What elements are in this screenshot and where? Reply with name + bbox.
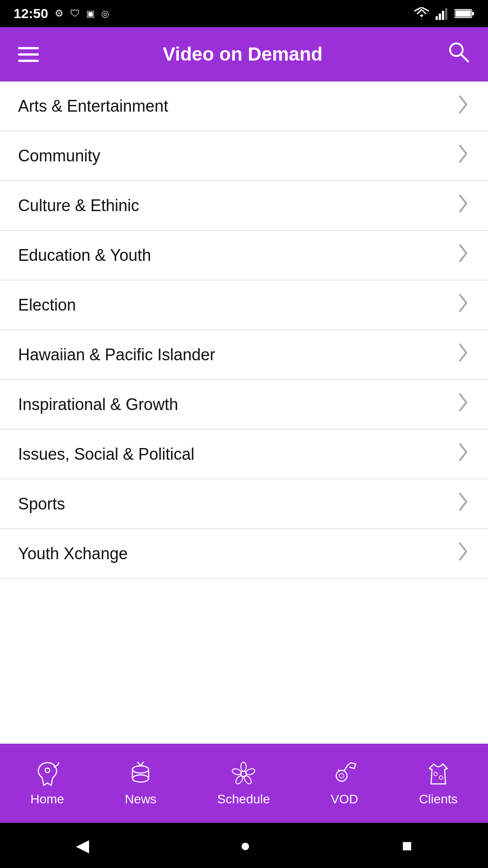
category-item[interactable]: Issues, Social & Political (0, 429, 488, 479)
vod-icon (331, 760, 358, 788)
category-item[interactable]: Election (0, 280, 488, 330)
nav-item-news[interactable]: News (125, 760, 156, 807)
target-icon: ◎ (101, 8, 109, 19)
category-list: Arts & EntertainmentCommunityCulture & E… (0, 81, 488, 579)
nav-item-schedule[interactable]: Schedule (217, 760, 270, 807)
page-title: Video on Demand (39, 43, 446, 65)
svg-rect-2 (442, 11, 444, 20)
category-label: Hawaiian & Pacific Islander (18, 345, 215, 364)
status-left: 12:50 ⚙ 🛡 ▣ ◎ (14, 6, 109, 21)
svg-line-15 (141, 762, 143, 766)
svg-point-13 (132, 775, 149, 782)
category-label: Community (18, 146, 100, 165)
category-label: Culture & Ethinic (18, 196, 139, 215)
app-bar: Video on Demand (0, 27, 488, 81)
svg-rect-5 (472, 12, 474, 15)
category-label: Inspirational & Growth (18, 395, 178, 414)
shield-icon: 🛡 (70, 8, 80, 19)
nav-item-clients[interactable]: Clients (419, 760, 458, 807)
chevron-right-icon (456, 243, 470, 267)
nav-label-clients: Clients (419, 792, 458, 807)
back-button[interactable]: ◀ (76, 835, 89, 855)
category-label: Youth Xchange (18, 544, 128, 563)
search-button[interactable] (446, 40, 470, 69)
sim-icon: ▣ (86, 8, 95, 19)
status-bar: 12:50 ⚙ 🛡 ▣ ◎ (0, 0, 488, 27)
status-time: 12:50 (14, 6, 48, 21)
svg-point-23 (336, 770, 347, 781)
svg-point-27 (434, 772, 437, 776)
svg-point-9 (45, 768, 50, 773)
bottom-nav: Home News Schedule (0, 744, 488, 823)
signal-icon (436, 7, 449, 20)
nav-label-schedule: Schedule (217, 792, 270, 807)
home-button[interactable]: ● (240, 836, 251, 855)
status-right (413, 7, 474, 20)
category-item[interactable]: Culture & Ethinic (0, 181, 488, 231)
svg-point-18 (245, 768, 256, 776)
chevron-right-icon (456, 492, 470, 516)
settings-icon: ⚙ (55, 8, 64, 19)
menu-button[interactable] (18, 47, 39, 62)
wifi-icon (413, 7, 430, 20)
recent-button[interactable]: ■ (402, 836, 413, 855)
chevron-right-icon (456, 343, 470, 367)
category-label: Issues, Social & Political (18, 445, 194, 464)
category-label: Education & Youth (18, 246, 151, 265)
clients-icon (425, 760, 452, 788)
chevron-right-icon (456, 542, 470, 566)
svg-rect-1 (439, 14, 441, 20)
home-icon (34, 760, 61, 788)
category-item[interactable]: Sports (0, 479, 488, 529)
svg-line-14 (138, 762, 141, 766)
category-label: Election (18, 296, 76, 315)
svg-point-24 (339, 774, 344, 778)
nav-label-news: News (125, 792, 156, 807)
chevron-right-icon (456, 442, 470, 466)
svg-point-21 (232, 768, 242, 776)
category-item[interactable]: Inspirational & Growth (0, 380, 488, 429)
svg-point-28 (439, 776, 443, 779)
schedule-icon (230, 760, 257, 788)
android-nav-bar: ◀ ● ■ (0, 823, 488, 868)
svg-rect-0 (436, 16, 438, 20)
chevron-right-icon (456, 293, 470, 317)
chevron-right-icon (456, 392, 470, 416)
chevron-right-icon (456, 144, 470, 168)
nav-label-home: Home (30, 792, 64, 807)
battery-icon (455, 8, 474, 19)
news-icon (127, 760, 154, 788)
chevron-right-icon (456, 193, 470, 217)
category-label: Arts & Entertainment (18, 97, 168, 116)
category-item[interactable]: Youth Xchange (0, 529, 488, 579)
nav-label-vod: VOD (331, 792, 358, 807)
svg-rect-3 (445, 8, 447, 20)
category-label: Sports (18, 495, 65, 514)
svg-rect-6 (455, 10, 471, 17)
svg-line-8 (461, 54, 468, 61)
category-item[interactable]: Education & Youth (0, 231, 488, 280)
svg-point-17 (241, 762, 246, 771)
nav-item-home[interactable]: Home (30, 760, 64, 807)
chevron-right-icon (456, 94, 470, 118)
svg-point-10 (132, 766, 149, 773)
nav-item-vod[interactable]: VOD (331, 760, 358, 807)
category-item[interactable]: Community (0, 131, 488, 181)
category-item[interactable]: Arts & Entertainment (0, 81, 488, 131)
category-item[interactable]: Hawaiian & Pacific Islander (0, 330, 488, 380)
